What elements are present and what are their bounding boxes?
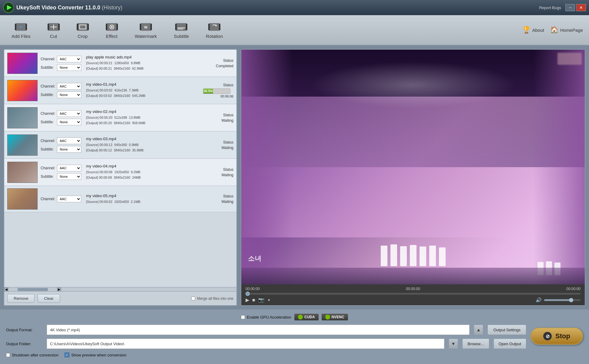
toolbar-crop[interactable]: Crop [71,19,94,41]
scroll-left-arrow[interactable]: ◀ [4,287,8,292]
subtitle-select[interactable]: None [57,146,81,153]
show-preview-option[interactable]: ✓ Show preview when conversion [65,352,126,357]
seek-bar[interactable] [246,293,581,295]
file-name: my video-02.mp4 [86,109,203,114]
file-controls: Channel: AAC [41,196,81,202]
channel-select[interactable]: AAC [57,110,81,117]
show-preview-checkbox[interactable]: ✓ [65,352,69,357]
add-files-icon: + [15,22,27,32]
gpu-acceleration-checkbox[interactable] [241,315,245,319]
shutdown-checkbox[interactable] [6,353,10,357]
file-output: [Output] 00:00:21 3840x2160 62.9MB [86,66,203,71]
channel-select[interactable]: AAC [57,56,81,62]
format-dropdown-button[interactable]: ▲ [474,325,484,335]
nvidia-icon [298,315,303,319]
file-info: play apple music ads.mp4 [Source] 00:00:… [84,55,203,71]
subtitle-select[interactable]: None [57,64,81,71]
channel-select[interactable]: AAC [57,137,81,144]
file-info: my video-04.mp4 [Source] 00:00:08 1920x6… [84,164,203,180]
watermark-label: Watermark [135,34,157,39]
file-status: Status Waiting [203,167,233,177]
subtitle-select[interactable]: None [57,173,81,180]
shutdown-option[interactable]: Shutdown after conversion [6,353,59,357]
merge-option: Merge all files into one [191,296,233,301]
scroll-thumb[interactable] [18,288,48,291]
time-mid: 00:00:00 [406,287,420,291]
rotation-label: Rotation [206,34,223,39]
camera-button[interactable]: 📷 [258,297,264,303]
file-controls: Channel: AAC Subtitle: None [41,56,81,71]
file-thumbnail [7,107,38,128]
file-thumbnail [7,162,38,183]
remove-button[interactable]: Remove [7,294,35,303]
svg-rect-8 [58,24,60,30]
list-item: Channel: AAC Subtitle: None my video-01.… [4,77,236,104]
channel-row: Channel: AAC [41,56,81,62]
channel-row: Channel: AAC [41,83,81,90]
homepage-button[interactable]: 🏠 HomePage [550,26,583,34]
file-source: [Source] 00:00:12 640x360 0.9MB [86,142,203,148]
horizontal-scrollbar[interactable]: ◀ ▶ [4,287,236,291]
volume-bar[interactable] [544,299,581,301]
app-logo-icon [3,2,14,13]
file-info: my video-01.mp4 [Source] 00:03:02 416x23… [84,82,203,98]
stop-button[interactable]: ⊘ Stop [530,328,583,345]
output-settings-button[interactable]: Output Settings [487,325,526,335]
file-list-scroll[interactable]: Channel: AAC Subtitle: None play apple m… [4,50,236,287]
file-name: my video-01.mp4 [86,82,203,87]
scroll-right-arrow[interactable]: ▶ [57,287,61,292]
channel-select[interactable]: AAC [57,165,81,171]
output-format-row: Output Format: ▲ Output Settings [6,325,526,335]
nvenc-badge: NVENC [322,314,348,320]
gpu-acceleration-label[interactable]: Enable GPU Acceleration [241,315,291,319]
video-frame: 소녀 [241,50,585,284]
channel-select[interactable]: AAC [57,83,81,90]
report-bugs-label[interactable]: Report Bugs [539,5,561,10]
merge-checkbox[interactable] [191,296,195,300]
subtitle-select[interactable]: None [57,119,81,125]
svg-rect-30 [208,24,210,30]
file-source: [Source] 00:00:08 1920x650 9.2MB [86,170,203,175]
svg-rect-29 [209,23,220,31]
file-source: [Source] 00:05:20 512x288 13.8MB [86,115,203,121]
file-controls: Channel: AAC Subtitle: None [41,137,81,153]
toolbar-cut[interactable]: Cut [42,19,65,41]
minimize-button[interactable]: − [565,4,575,11]
toolbar-effect[interactable]: Effect [100,19,123,41]
file-output: [Output] 00:05:20 3840x2160 958.6MB [86,121,203,126]
subtitle-icon [175,22,187,32]
output-folder-input[interactable] [47,339,444,349]
toolbar-watermark[interactable]: W Watermark [129,19,162,41]
output-folder-label: Output Folder: [6,342,42,346]
folder-dropdown-button[interactable]: ▼ [449,339,458,349]
progress-fill: 36.5% [203,89,213,94]
file-source: [Source] 00:00:02 1920x650 2.1MB [86,199,203,205]
volume-handle[interactable] [569,298,573,302]
file-name: my video-04.mp4 [86,164,203,168]
open-output-button[interactable]: Open Output [494,339,526,349]
output-format-input[interactable] [47,325,470,335]
channel-select[interactable]: AAC [57,196,81,202]
toolbar-add-files[interactable]: + Add Files [6,19,36,41]
toolbar-rotation[interactable]: Rotation [200,19,228,41]
clear-button[interactable]: Clear [38,294,60,303]
stop-button[interactable]: ■ [252,297,255,303]
play-button[interactable]: ▶ [246,297,249,303]
file-info: my video-05.mp4 [Source] 00:00:02 1920x6… [84,194,203,205]
subtitle-row: Subtitle: None [41,64,81,71]
gpu-row: Enable GPU Acceleration CUDA NVENC [6,314,583,320]
file-controls: Channel: AAC Subtitle: None [41,165,81,180]
about-button[interactable]: 🏆 About [522,26,544,34]
svg-point-19 [111,26,113,28]
seek-handle[interactable] [246,292,250,296]
list-item: Channel: AAC my video-05.mp4 [Source] 00… [4,186,236,212]
preview-video: 소녀 [241,50,585,284]
subtitle-select[interactable]: None [57,91,81,98]
close-button[interactable]: ✕ [576,4,586,11]
toolbar-subtitle[interactable]: Subtitle [168,19,194,41]
svg-rect-31 [219,24,221,30]
camera-dropdown-button[interactable]: ▼ [267,298,271,302]
time-total: 00:00:00 [566,287,581,291]
browse-button[interactable]: Browse... [462,339,489,349]
title-bar: UkeySoft Video Converter 11.0.0 (History… [0,0,589,15]
